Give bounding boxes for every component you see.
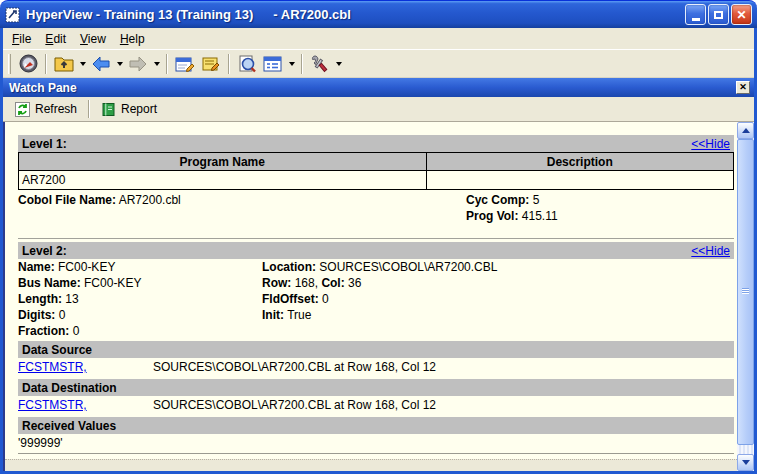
menu-view[interactable]: View [73, 30, 113, 48]
minimize-button[interactable] [685, 4, 706, 25]
data-source-title: Data Source [22, 343, 92, 357]
refresh-icon [15, 102, 30, 117]
cyc-comp-field: Cyc Comp: 5 [466, 192, 734, 208]
cell-program-name: AR7200 [19, 171, 427, 190]
location-field: Location: SOURCES\COBOL\AR7200.CBL [262, 259, 734, 275]
forward-arrow-icon [128, 56, 148, 72]
scrollbar-thumb[interactable] [737, 139, 754, 445]
folder-up-dropdown[interactable] [77, 52, 88, 76]
forward-dropdown[interactable] [151, 52, 162, 76]
list-view-dropdown[interactable] [286, 52, 297, 76]
list-view-button[interactable] [260, 52, 286, 76]
folder-up-button[interactable] [51, 52, 77, 76]
data-destination-header-bar: Data Destination [18, 379, 734, 396]
table-row: AR7200 [19, 171, 734, 190]
forward-button[interactable] [125, 52, 151, 76]
toolbar-separator [88, 100, 90, 118]
data-destination-row: FCSTMSTR, SOURCES\COBOL\AR7200.CBL at Ro… [18, 396, 734, 415]
cobol-file-name-field: Cobol File Name: AR7200.cbl [18, 192, 466, 208]
back-button[interactable] [88, 52, 114, 76]
application-window: HyperView - Training 13 (Training 13) - … [0, 0, 757, 474]
compass-icon [19, 54, 38, 73]
hyperview-app-icon [5, 7, 21, 23]
report-label: Report [121, 102, 157, 116]
column-header-program-name: Program Name [19, 153, 427, 171]
watch-pane-title: Watch Pane [9, 81, 77, 95]
level2-title: Level 2: [22, 244, 67, 258]
data-source-header-bar: Data Source [18, 341, 734, 358]
vertical-scrollbar[interactable] [737, 122, 754, 471]
level1-table: Program Name Description AR7200 [18, 152, 734, 190]
folder-up-icon [54, 55, 74, 73]
menu-edit[interactable]: Edit [38, 30, 73, 48]
bus-name-field: Bus Name: FC00-KEY [18, 275, 262, 291]
toolbar-separator [166, 54, 168, 74]
notes-icon [201, 55, 221, 73]
close-icon: ✕ [736, 9, 746, 21]
compass-button[interactable] [15, 52, 41, 76]
minimize-icon [692, 18, 700, 21]
toolbar-grip [8, 54, 11, 74]
report-icon [101, 102, 116, 117]
toolbar-separator [301, 54, 303, 74]
close-button[interactable]: ✕ [731, 4, 752, 25]
prog-vol-field: Prog Vol: 415.11 [466, 208, 734, 224]
name-field: Name: FC00-KEY [18, 259, 262, 275]
column-header-description: Description [426, 153, 733, 171]
menu-file[interactable]: File [5, 30, 38, 48]
data-destination-title: Data Destination [22, 381, 117, 395]
received-values-header-bar: Received Values [18, 417, 734, 434]
chevron-down-icon [80, 62, 86, 66]
tools-button[interactable] [307, 52, 333, 76]
window-title: HyperView - Training 13 (Training 13) [26, 7, 253, 22]
report-button[interactable]: Report [95, 100, 163, 119]
watch-pane-content: Level 1: <<Hide Program Name Description… [3, 122, 754, 471]
watch-pane-close-button[interactable]: ✕ [736, 81, 750, 94]
data-source-link[interactable]: FCSTMSTR, [18, 359, 153, 376]
chevron-down-icon [289, 62, 295, 66]
maximize-icon [714, 11, 723, 19]
data-destination-link[interactable]: FCSTMSTR, [18, 397, 153, 414]
chevron-down-icon [154, 62, 160, 66]
length-field: Length: 13 [18, 291, 262, 307]
level2-hide-link[interactable]: <<Hide [691, 244, 730, 258]
watch-pane-titlebar: Watch Pane ✕ [3, 78, 754, 97]
pane-resize-strip [5, 459, 737, 471]
toolbar-separator [228, 54, 230, 74]
received-value: '999999' [18, 434, 734, 454]
tools-dropdown[interactable] [333, 52, 344, 76]
data-destination-location: SOURCES\COBOL\AR7200.CBL at Row 168, Col… [153, 397, 436, 414]
menu-bar: File Edit View Help [3, 28, 754, 49]
list-view-icon [263, 55, 283, 73]
notes-button[interactable] [198, 52, 224, 76]
chevron-down-icon [117, 62, 123, 66]
back-arrow-icon [91, 56, 111, 72]
chevron-down-icon [336, 62, 342, 66]
level1-header-bar: Level 1: <<Hide [18, 135, 734, 152]
arrow-up-icon [742, 128, 750, 133]
properties-button[interactable] [172, 52, 198, 76]
search-button[interactable] [234, 52, 260, 76]
row-col-field: Row: 168, Col: 36 [262, 275, 734, 291]
refresh-label: Refresh [35, 102, 77, 116]
level1-title: Level 1: [22, 137, 67, 151]
main-toolbar [3, 49, 754, 78]
scroll-up-button[interactable] [737, 122, 754, 139]
refresh-button[interactable]: Refresh [9, 100, 83, 119]
search-document-icon [238, 55, 257, 73]
digits-field: Digits: 0 [18, 307, 262, 323]
scroll-down-button[interactable] [737, 454, 754, 471]
level1-hide-link[interactable]: <<Hide [691, 137, 730, 151]
init-field: Init: True [262, 307, 734, 323]
window-subtitle: - AR7200.cbl [273, 7, 351, 22]
menu-help[interactable]: Help [113, 30, 152, 48]
title-bar: HyperView - Training 13 (Training 13) - … [0, 0, 757, 28]
fraction-field: Fraction: 0 [18, 323, 262, 339]
level2-header-bar: Level 2: <<Hide [18, 242, 734, 259]
back-dropdown[interactable] [114, 52, 125, 76]
section-divider [18, 238, 734, 239]
fld-offset-field: FldOffset: 0 [262, 291, 734, 307]
tools-icon [311, 55, 329, 73]
maximize-button[interactable] [708, 4, 729, 25]
cell-description [426, 171, 733, 190]
